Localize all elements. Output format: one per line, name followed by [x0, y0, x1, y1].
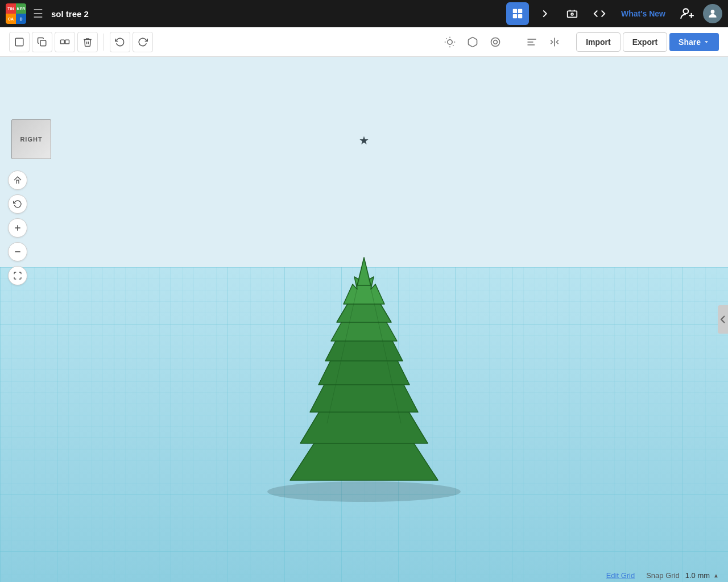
light-icon[interactable] — [440, 32, 460, 52]
toolbar: Import Export Share — [0, 27, 728, 57]
orientation-cube[interactable]: RIGHT — [11, 119, 51, 159]
logo-ca: CA — [6, 14, 16, 24]
share-button[interactable]: Share — [669, 33, 719, 51]
svg-point-14 — [448, 39, 452, 44]
user-avatar[interactable] — [703, 4, 722, 23]
tinkercad-logo[interactable]: TIN KER CA D — [6, 3, 26, 24]
svg-rect-13 — [65, 40, 69, 44]
cube-face-right: RIGHT — [11, 119, 51, 159]
snap-grid-item: Snap Grid 1.0 mm ▲ — [646, 571, 719, 580]
logo-ker: KER — [16, 3, 26, 14]
project-name[interactable]: sol tree 2 — [51, 9, 89, 19]
copy-button[interactable] — [32, 32, 52, 52]
svg-point-9 — [711, 10, 715, 14]
snap-grid-value: 1.0 mm — [685, 571, 710, 580]
logo-d: D — [16, 14, 26, 24]
svg-rect-3 — [518, 14, 522, 18]
snap-grid-label: Snap Grid — [646, 571, 680, 580]
new-design-button[interactable] — [9, 32, 30, 52]
snap-dropdown-icon[interactable]: ▲ — [713, 572, 719, 579]
home-view-button[interactable] — [8, 171, 27, 190]
svg-rect-12 — [61, 40, 65, 44]
svg-rect-1 — [518, 9, 522, 13]
align-left-icon[interactable] — [522, 32, 542, 52]
tree-model — [233, 230, 495, 503]
viewport-controls — [8, 171, 27, 285]
import-button[interactable]: Import — [576, 32, 621, 52]
group-button[interactable] — [55, 32, 75, 52]
svg-line-18 — [453, 45, 453, 45]
mirror-icon[interactable] — [544, 32, 565, 52]
zoom-out-button[interactable] — [8, 242, 27, 261]
redo-button[interactable] — [133, 32, 153, 52]
svg-line-17 — [446, 38, 447, 39]
svg-rect-2 — [513, 14, 517, 18]
whats-new-button[interactable]: What's New — [615, 6, 671, 22]
edit-grid-item: Edit Grid — [606, 571, 635, 580]
code-icon[interactable] — [588, 2, 611, 25]
zoom-in-button[interactable] — [8, 218, 27, 238]
svg-point-22 — [491, 38, 500, 46]
svg-rect-11 — [40, 40, 46, 46]
rotate-view-button[interactable] — [8, 194, 27, 214]
logo-tin: TIN — [6, 3, 16, 14]
svg-marker-42 — [357, 257, 371, 285]
3d-viewport[interactable]: RIGHT — [0, 57, 728, 582]
simulation-icon[interactable] — [561, 2, 584, 25]
svg-point-33 — [267, 481, 461, 502]
svg-rect-4 — [568, 11, 577, 17]
camera-icon[interactable] — [485, 32, 506, 52]
3d-design-icon[interactable] — [506, 2, 529, 25]
svg-point-21 — [494, 40, 498, 44]
fit-view-button[interactable] — [8, 266, 27, 285]
svg-point-5 — [571, 13, 573, 15]
edit-grid-link[interactable]: Edit Grid — [606, 571, 635, 580]
export-button[interactable]: Export — [623, 32, 667, 52]
undo-button[interactable] — [110, 32, 130, 52]
status-bar: Edit Grid Snap Grid 1.0 mm ▲ — [597, 569, 728, 582]
top-navigation: TIN KER CA D ☰ sol tree 2 Wh — [0, 0, 728, 27]
svg-rect-10 — [15, 38, 23, 46]
add-user-button[interactable] — [676, 2, 698, 25]
delete-button[interactable] — [77, 32, 98, 52]
svg-rect-0 — [513, 9, 517, 13]
svg-point-6 — [684, 9, 689, 14]
right-panel-toggle[interactable] — [718, 305, 728, 334]
codeblocks-icon[interactable] — [533, 2, 556, 25]
design-list-icon[interactable]: ☰ — [33, 7, 43, 20]
view-cube-icon[interactable] — [462, 32, 483, 52]
